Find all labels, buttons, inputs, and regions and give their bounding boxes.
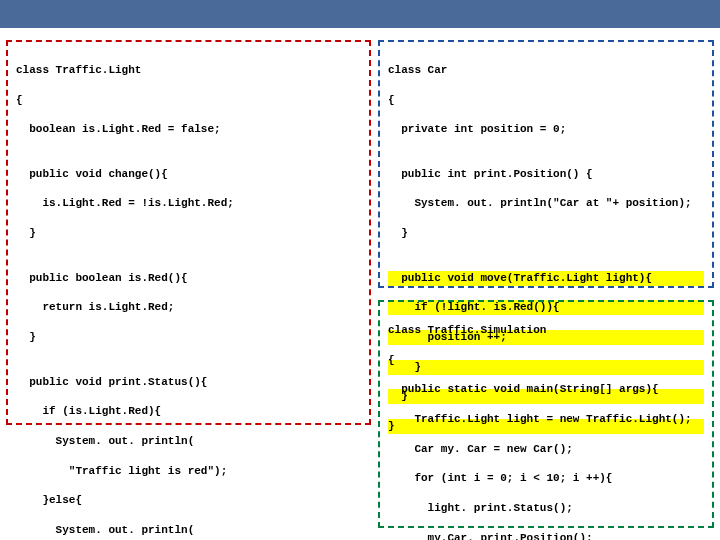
code-line: "Traffic light is red"); — [16, 464, 361, 479]
code-line: my.Car. print.Position(); — [388, 531, 704, 540]
code-line: for (int i = 0; i < 10; i ++){ — [388, 471, 704, 486]
code-line: light. print.Status(); — [388, 501, 704, 516]
code-line: { — [388, 93, 704, 108]
code-line: { — [16, 93, 361, 108]
code-line: } — [16, 226, 361, 241]
code-line: } — [388, 226, 704, 241]
code-line: return is.Light.Red; — [16, 300, 361, 315]
code-line: System. out. println("Car at "+ position… — [388, 196, 704, 211]
code-line: boolean is.Light.Red = false; — [16, 122, 361, 137]
code-line: public boolean is.Red(){ — [16, 271, 361, 286]
top-bar — [0, 0, 720, 28]
code-line: class Traffic.Light — [16, 63, 361, 78]
code-line: class Car — [388, 63, 704, 78]
code-line: if (is.Light.Red){ — [16, 404, 361, 419]
simulation-code-box: class Traffic.Simulation { public static… — [378, 300, 714, 528]
traffic-light-code-box: class Traffic.Light { boolean is.Light.R… — [6, 40, 371, 425]
code-line: class Traffic.Simulation — [388, 323, 704, 338]
code-line: { — [388, 353, 704, 368]
code-line: is.Light.Red = !is.Light.Red; — [16, 196, 361, 211]
code-line: public void print.Status(){ — [16, 375, 361, 390]
highlighted-line: public void move(Traffic.Light light){ — [388, 271, 704, 286]
code-line: public int print.Position() { — [388, 167, 704, 182]
code-line: System. out. println( — [16, 523, 361, 538]
code-line: Traffic.Light light = new Traffic.Light(… — [388, 412, 704, 427]
car-code-box: class Car { private int position = 0; pu… — [378, 40, 714, 288]
code-line: public void change(){ — [16, 167, 361, 182]
code-line: } — [16, 330, 361, 345]
code-line: private int position = 0; — [388, 122, 704, 137]
code-line: System. out. println( — [16, 434, 361, 449]
code-line: }else{ — [16, 493, 361, 508]
code-line: Car my. Car = new Car(); — [388, 442, 704, 457]
code-line: public static void main(String[] args){ — [388, 382, 704, 397]
